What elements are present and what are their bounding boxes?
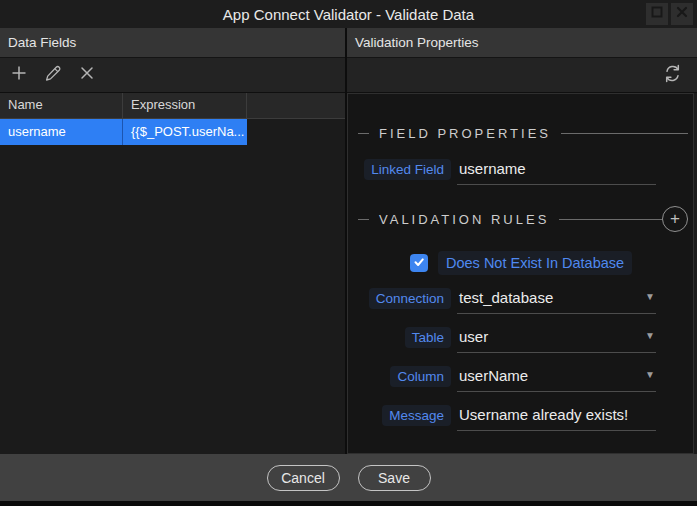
connection-value: test_database [459, 289, 553, 306]
edit-field-button[interactable] [38, 60, 68, 90]
section-dash [358, 133, 369, 134]
connection-row: Connection test_database ▼ [348, 286, 693, 314]
message-label: Message [382, 405, 451, 426]
linked-field-row: Linked Field username [348, 157, 693, 185]
message-input[interactable]: Username already exists! [457, 403, 656, 431]
validation-properties-header: Validation Properties [347, 28, 697, 58]
rule-checkbox-checked[interactable] [410, 254, 428, 272]
message-row: Message Username already exists! [348, 403, 693, 431]
checkmark-icon [413, 254, 425, 272]
x-icon [79, 65, 95, 85]
connection-label: Connection [369, 288, 451, 309]
close-icon [675, 5, 689, 23]
panels: Data Fields [0, 28, 697, 454]
plus-icon [10, 64, 28, 86]
save-button[interactable]: Save [358, 465, 431, 491]
refresh-button[interactable] [657, 60, 687, 90]
maximize-button[interactable] [646, 3, 668, 25]
column-row: Column userName ▼ [348, 364, 693, 392]
connection-select[interactable]: test_database ▼ [457, 286, 656, 314]
data-fields-toolbar [0, 58, 345, 93]
column-header-expression: Expression [123, 93, 247, 118]
fields-table-header: Name Expression [0, 93, 345, 119]
close-button[interactable] [671, 3, 693, 25]
column-label-wrap: Column [348, 364, 451, 387]
rule-row: Does Not Exist In Database [410, 251, 693, 275]
validation-toolbar [347, 58, 697, 93]
spacer [348, 185, 693, 206]
add-field-button[interactable] [4, 60, 34, 90]
column-header-blank [247, 93, 345, 118]
section-field-properties: FIELD PROPERTIES [348, 120, 693, 146]
title-bar: App Connect Validator - Validate Data [0, 0, 697, 28]
table-row-field: Table user ▼ [348, 325, 693, 353]
section-title: FIELD PROPERTIES [379, 126, 551, 141]
section-line [561, 133, 688, 134]
column-label: Column [390, 366, 451, 387]
footer-bar: Cancel Save [0, 454, 697, 501]
linked-field-label: Linked Field [364, 159, 451, 180]
fields-table-empty-area [0, 145, 345, 454]
connection-label-wrap: Connection [348, 286, 451, 309]
section-validation-rules: VALIDATION RULES + [348, 206, 693, 232]
cell-expression[interactable]: {{$_POST.userNa... [123, 119, 247, 145]
table-label-wrap: Table [348, 325, 451, 348]
table-value: user [459, 328, 488, 345]
chevron-down-icon[interactable]: ▼ [645, 330, 655, 341]
validator-dialog: App Connect Validator - Validate Data Da… [0, 0, 697, 506]
table-row-username-selected[interactable]: username {{$_POST.userNa... [0, 119, 345, 145]
message-label-wrap: Message [348, 403, 451, 426]
maximize-icon [650, 5, 664, 23]
dialog-title: App Connect Validator - Validate Data [223, 6, 474, 23]
bottom-strip [0, 501, 697, 506]
column-header-name: Name [0, 93, 123, 118]
validation-properties-panel: Validation Properties [347, 28, 697, 454]
chevron-down-icon[interactable]: ▼ [645, 369, 655, 380]
pencil-icon [44, 64, 63, 87]
delete-field-button[interactable] [72, 60, 102, 90]
linked-field-label-wrap: Linked Field [348, 157, 451, 180]
data-fields-panel: Data Fields [0, 28, 347, 454]
section-dash [358, 219, 369, 220]
refresh-icon [662, 63, 683, 88]
section-title: VALIDATION RULES [379, 212, 549, 227]
table-label: Table [405, 327, 451, 348]
window-controls [646, 3, 693, 25]
chevron-down-icon[interactable]: ▼ [645, 291, 655, 302]
column-value: userName [459, 367, 528, 384]
rule-label[interactable]: Does Not Exist In Database [438, 251, 632, 275]
cell-name[interactable]: username [0, 119, 123, 145]
plus-icon: + [670, 210, 680, 227]
add-rule-button[interactable]: + [662, 206, 688, 232]
cancel-button[interactable]: Cancel [267, 465, 340, 491]
properties-content: FIELD PROPERTIES Linked Field username V… [347, 93, 694, 454]
data-fields-header: Data Fields [0, 28, 345, 58]
linked-field-input[interactable]: username [457, 157, 656, 185]
column-select[interactable]: userName ▼ [457, 364, 656, 392]
section-line [559, 219, 662, 220]
table-select[interactable]: user ▼ [457, 325, 656, 353]
